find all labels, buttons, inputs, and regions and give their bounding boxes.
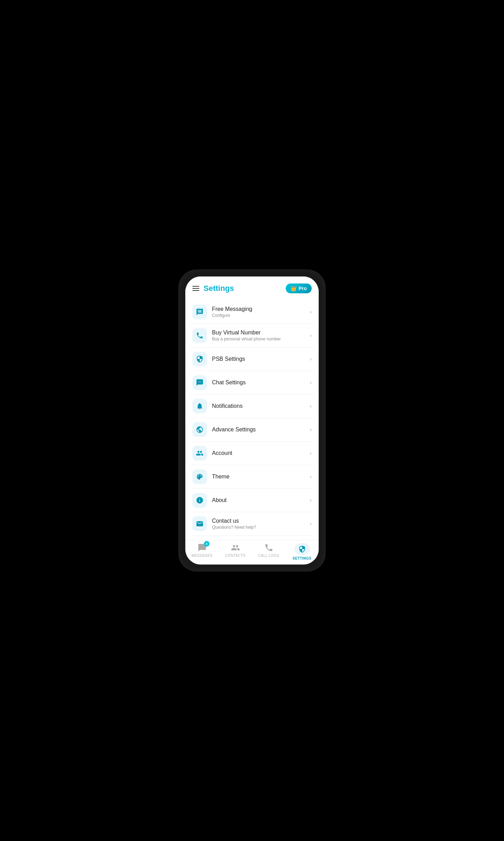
pro-label: Pro <box>299 286 307 291</box>
phone-screen: Settings 👑 Pro Free Messaging Configure … <box>185 276 319 565</box>
contact-us-title: Contact us <box>212 518 310 524</box>
advance-settings-content: Advance Settings <box>212 426 310 433</box>
account-chevron: › <box>310 450 312 456</box>
buy-virtual-number-icon-wrap <box>192 328 207 343</box>
palette-icon <box>196 473 204 481</box>
bottom-navigation: 3 MESSAGES CONTACTS <box>185 540 319 565</box>
theme-content: Theme <box>212 474 310 480</box>
nav-item-contacts[interactable]: CONTACTS <box>219 543 252 560</box>
advance-settings-icon-wrap <box>192 422 207 437</box>
contacts-nav-icon <box>231 543 240 552</box>
contact-us-content: Contact us Questions? Need help? <box>212 518 310 530</box>
header: Settings 👑 Pro <box>185 276 319 298</box>
menu-item-buy-virtual-number[interactable]: Buy Virtual Number Buy a personal virtua… <box>191 324 313 347</box>
settings-nav-icon-bg <box>294 543 310 555</box>
nav-item-settings[interactable]: SETTINGS <box>285 543 319 560</box>
about-content: About <box>212 497 310 503</box>
call-logs-nav-icon <box>264 543 273 552</box>
theme-chevron: › <box>310 474 312 480</box>
free-messaging-title: Free Messaging <box>212 306 310 312</box>
info-icon <box>196 496 204 504</box>
contact-us-chevron: › <box>310 521 312 527</box>
notifications-chevron: › <box>310 403 312 409</box>
globe-icon <box>196 426 204 433</box>
menu-item-privacy-policy[interactable]: Privacy policy › <box>191 536 313 540</box>
hamburger-menu-icon[interactable] <box>192 286 199 291</box>
account-title: Account <box>212 450 310 456</box>
notifications-icon-wrap <box>192 399 207 413</box>
free-messaging-subtitle: Configure <box>212 313 310 318</box>
messages-badge: 3 <box>204 541 210 547</box>
about-icon-wrap <box>192 493 207 508</box>
notifications-title: Notifications <box>212 403 310 409</box>
menu-item-account[interactable]: Account › <box>191 442 313 465</box>
crown-icon: 👑 <box>291 286 297 291</box>
menu-item-about[interactable]: About › <box>191 489 313 512</box>
settings-nav-icon-wrap <box>294 543 310 555</box>
menu-item-notifications[interactable]: Notifications › <box>191 395 313 418</box>
settings-nav-icon <box>298 545 306 553</box>
psb-settings-title: PSB Settings <box>212 356 310 362</box>
menu-item-psb-settings[interactable]: PSB Settings › <box>191 347 313 371</box>
call-logs-nav-label: CALL LOGS <box>258 554 279 558</box>
page-title: Settings <box>204 284 234 293</box>
advance-settings-chevron: › <box>310 426 312 433</box>
call-logs-nav-icon-wrap <box>264 543 273 552</box>
nav-item-call-logs[interactable]: CALL LOGS <box>252 543 285 560</box>
free-messaging-content: Free Messaging Configure <box>212 306 310 318</box>
chat-settings-content: Chat Settings <box>212 379 310 386</box>
menu-item-free-messaging[interactable]: Free Messaging Configure › <box>191 300 313 324</box>
account-content: Account <box>212 450 310 456</box>
messages-nav-label: MESSAGES <box>191 554 212 558</box>
bell-icon <box>196 402 204 410</box>
chat-settings-icon-wrap <box>192 375 207 390</box>
about-chevron: › <box>310 497 312 503</box>
menu-item-contact-us[interactable]: Contact us Questions? Need help? › <box>191 512 313 536</box>
contact-us-subtitle: Questions? Need help? <box>212 525 310 530</box>
contacts-nav-label: CONTACTS <box>225 554 245 558</box>
psb-settings-chevron: › <box>310 356 312 362</box>
header-left: Settings <box>192 284 234 293</box>
advance-settings-title: Advance Settings <box>212 426 310 433</box>
theme-title: Theme <box>212 474 310 480</box>
messages-nav-icon-wrap: 3 <box>198 543 207 552</box>
buy-virtual-number-content: Buy Virtual Number Buy a personal virtua… <box>212 330 310 341</box>
notifications-content: Notifications <box>212 403 310 409</box>
menu-item-theme[interactable]: Theme › <box>191 465 313 489</box>
pro-badge-button[interactable]: 👑 Pro <box>286 283 312 293</box>
phone-icon <box>196 332 204 339</box>
contacts-nav-icon-wrap <box>231 543 240 552</box>
chat-settings-chevron: › <box>310 379 312 386</box>
about-title: About <box>212 497 310 503</box>
phone-frame: Settings 👑 Pro Free Messaging Configure … <box>178 269 326 572</box>
chat-icon <box>196 308 204 316</box>
account-icon <box>196 449 204 457</box>
free-messaging-chevron: › <box>310 309 312 315</box>
contact-us-icon-wrap <box>192 516 207 531</box>
email-icon <box>196 520 204 528</box>
buy-virtual-number-subtitle: Buy a personal virtual phone number <box>212 337 310 341</box>
account-icon-wrap <box>192 446 207 461</box>
menu-item-advance-settings[interactable]: Advance Settings › <box>191 418 313 442</box>
nav-item-messages[interactable]: 3 MESSAGES <box>185 543 219 560</box>
settings-nav-label: SETTINGS <box>292 556 311 560</box>
theme-icon-wrap <box>192 469 207 484</box>
shield-icon <box>196 355 204 363</box>
settings-menu-list: Free Messaging Configure › Buy Virtual N… <box>185 298 319 540</box>
comment-icon <box>196 379 204 386</box>
psb-settings-content: PSB Settings <box>212 356 310 362</box>
psb-settings-icon-wrap <box>192 352 207 366</box>
buy-virtual-number-title: Buy Virtual Number <box>212 330 310 336</box>
free-messaging-icon-wrap <box>192 305 207 319</box>
buy-virtual-number-chevron: › <box>310 332 312 339</box>
chat-settings-title: Chat Settings <box>212 379 310 386</box>
menu-item-chat-settings[interactable]: Chat Settings › <box>191 371 313 395</box>
